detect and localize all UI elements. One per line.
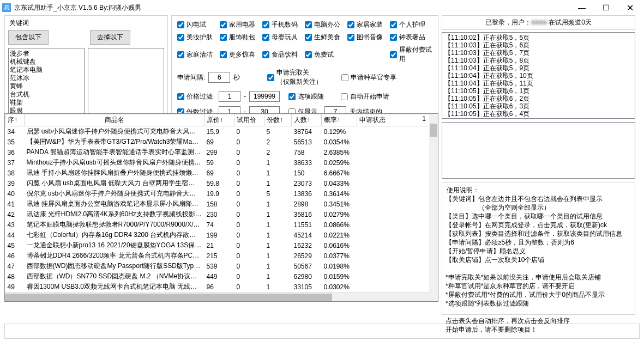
keyword-item[interactable]: 鞋架 xyxy=(10,99,83,107)
table-row[interactable]: 47西部数据(WD)固态移动硬盘My Passport随行版SSD版Type-…… xyxy=(5,261,438,271)
table-header[interactable]: 商品名 xyxy=(25,114,204,126)
maximize-button[interactable]: ☐ xyxy=(594,0,618,15)
vertical-scrollbar[interactable] xyxy=(429,114,438,293)
keyword-item[interactable]: 漫步者 xyxy=(10,50,83,58)
category-check[interactable]: 图书音像 xyxy=(347,33,390,42)
help-line: 【登录帐号】在网页完成登录，点击完成，获取(更新)ck xyxy=(446,221,631,229)
exclude-list[interactable] xyxy=(88,48,164,124)
category-check[interactable]: 屏蔽付费试用 xyxy=(390,45,432,64)
table-row[interactable]: 44七彩虹（Colorful）内存条16g DDR4 3200 台式机内存散…1… xyxy=(5,230,438,240)
table-row[interactable]: 49睿因1300M USB3.0双频无线网卡台式机笔记本电脑 无线信…96013… xyxy=(5,282,438,292)
keyword-item[interactable]: 台式机 xyxy=(10,90,83,99)
help-line: （全部为空则全部显示） xyxy=(446,203,631,212)
price-max-input[interactable] xyxy=(249,91,280,102)
table-row[interactable]: 48西部数据（WD）SN770 SSD固态硬盘 M.2 （NVMe协议）…449… xyxy=(5,271,438,282)
help-line: 【类目】选中哪一个类目，获取哪一个类目的试用信息 xyxy=(446,212,631,221)
help-line: *选项跟随*列表数据过滤跟随 xyxy=(446,299,631,308)
interval-label: 申请间隔: xyxy=(177,73,205,82)
status-bar xyxy=(4,324,640,339)
help-line: 【关键词】包含左边并且不包含右边就会在列表中显示 xyxy=(446,194,631,203)
product-table[interactable]: 序↑商品名原价↑试用价份数↑人数↑概率↑申请状态 34启瑟 usb小风扇迷你手持… xyxy=(4,113,438,302)
category-check[interactable]: 服饰鞋包 xyxy=(220,33,262,42)
table-row[interactable]: 39闪魔 小风扇 usb桌面电风扇 低噪大风力 台壁两用学生宿…59.80123… xyxy=(5,178,438,188)
category-check[interactable]: 母婴玩具 xyxy=(262,33,305,42)
apply-follow-label: 申请完取关（仅限新关注） xyxy=(276,68,322,87)
preview-box xyxy=(442,122,635,179)
table-row[interactable]: 36PANDA 熊猫超薄运动智能手表智能通话手表实时心率监测…299027582… xyxy=(5,147,438,157)
help-line: *屏蔽付费试用*付费的试用，试用价大于0的商品不显示 xyxy=(446,290,631,299)
help-line: 【开始/暂停申请】顾名思义 xyxy=(446,247,631,255)
apply-follow-check[interactable] xyxy=(267,74,274,81)
keyword-item[interactable]: 笔记本电脑 xyxy=(10,66,83,74)
help-line xyxy=(446,264,631,273)
category-check[interactable]: 钟表奢品 xyxy=(390,33,432,42)
keyword-item[interactable]: 机械键盘 xyxy=(10,58,83,66)
category-check[interactable]: 家居家装 xyxy=(347,20,390,29)
price-filter-check[interactable] xyxy=(177,93,184,100)
interval-input[interactable] xyxy=(208,72,230,83)
minimize-button[interactable]: — xyxy=(570,0,594,15)
price-min-input[interactable] xyxy=(219,91,240,102)
category-check[interactable]: 生鲜美食 xyxy=(305,33,347,42)
title-bar: 易 京东试用助手_小京京 V1.5.6 By:闷骚小贱男 — ☐ ✕ xyxy=(0,0,644,15)
table-row[interactable]: 38讯迪 手持小风扇迷你挂脖风扇折叠户外随身便携式挂颈懒…69011506.66… xyxy=(5,168,438,178)
login-info: 已登录，用户：■■■■ 在试用频道0天 xyxy=(442,15,635,30)
category-check[interactable]: 更多惊喜 xyxy=(220,45,262,64)
table-header[interactable]: 序↑ xyxy=(5,114,25,126)
category-check[interactable]: 闪电试 xyxy=(177,20,220,29)
horizontal-scrollbar[interactable] xyxy=(5,293,429,301)
category-check[interactable]: 食品饮料 xyxy=(262,45,305,64)
log-line: 【11:10:04】正在获取5，9页 xyxy=(444,64,633,72)
log-line: 【11:10:05】正在获取6，4页 xyxy=(444,110,633,118)
category-check[interactable]: 个人护理 xyxy=(390,20,432,29)
keyword-item[interactable]: 黄蜂 xyxy=(10,82,83,90)
log-line: 【11:10:02】正在获取5，5页 xyxy=(444,34,633,41)
help-line: *种草官试用*是京东种草官的店，请不要开启 xyxy=(446,282,631,290)
table-row[interactable]: 42讯达康 光纤HDMI2.0高清4K系列60Hz支持数字视频线投影…23001… xyxy=(5,209,438,220)
table-row[interactable]: 46博蒂蚓龙DDR4 2666/3200频率 龙元普条台式机内存条PC游…215… xyxy=(5,251,438,261)
auto-start-check[interactable] xyxy=(341,93,348,100)
log-line: 【11:10:03】正在获取5，6页 xyxy=(444,41,633,49)
table-header[interactable]: 人数↑ xyxy=(292,114,322,126)
include-button[interactable]: 包含以下 xyxy=(8,30,49,45)
seed-only-label: 申请种草官专享 xyxy=(351,73,396,82)
log-line: 【11:10:05】正在获取6，1页 xyxy=(444,87,633,95)
help-title: 使用说明： xyxy=(446,186,480,194)
category-check[interactable]: 电脑办公 xyxy=(305,20,347,29)
log-line: 【11:10:05】正在获取6，2页 xyxy=(444,95,633,102)
help-line: 【获取列表】按类目选择和过滤条件，获取该类目的试用信息 xyxy=(446,229,631,238)
category-check[interactable]: 美妆护肤 xyxy=(177,33,220,42)
table-header[interactable]: 原价↑ xyxy=(204,114,234,126)
category-check[interactable]: 手机数码 xyxy=(262,20,305,29)
category-check[interactable]: 家用电器 xyxy=(220,20,262,29)
seed-only-check[interactable] xyxy=(341,74,348,81)
table-row[interactable]: 41讯迪 挂屏风扇桌面办公室电脑游戏笔记本显示屏小风扇降…1580128980.… xyxy=(5,199,438,209)
page-indicator: 1 xyxy=(422,115,426,123)
table-row[interactable]: 43笔记本贴膜电脑拯救联想拯救者R7000/P/Y7000/R9000/X/K…… xyxy=(5,220,438,230)
help-line xyxy=(446,308,631,316)
help-panel: 使用说明： 【关键词】包含左边并且不包含右边就会在列表中显示 （全部为空则全部显… xyxy=(442,182,635,315)
category-check[interactable]: 家庭清洁 xyxy=(177,45,220,64)
table-header[interactable]: 概率↑ xyxy=(322,114,357,126)
include-list[interactable]: 漫步者机械键盘笔记本电脑范冰冰黄蜂台式机鞋架眼膜豆浆机空气炸锅风扇 xyxy=(8,48,85,124)
log-line: 【11:10:04】正在获取5，10页 xyxy=(444,72,633,80)
table-row[interactable]: 34启瑟 usb小风扇迷你手持户外随身便携式可充电静音大风…15.9053876… xyxy=(5,126,438,137)
log-line: 【11:10:06】正在获取6，5页 xyxy=(444,118,633,119)
exclude-button[interactable]: 去掉以下 xyxy=(90,30,130,45)
table-header[interactable]: 份数↑ xyxy=(264,114,292,126)
table-row[interactable]: 35【美国W&P】华为手表表带GT3/GT2/Pro/Watch3荣耀Magic… xyxy=(5,137,438,147)
option-follow-check[interactable] xyxy=(288,93,296,100)
table-header[interactable]: 试用价 xyxy=(234,114,264,126)
log-box[interactable]: 【11:10:02】正在获取5，5页【11:10:03】正在获取5，6页【11:… xyxy=(442,32,635,119)
category-check[interactable]: 免费试 xyxy=(305,45,347,64)
keyword-item[interactable]: 范冰冰 xyxy=(10,74,83,82)
help-line: *申请完取关*如果以前没关注，申请使用后会取关店铺 xyxy=(446,273,631,282)
interval-unit: 秒 xyxy=(233,73,240,82)
table-row[interactable]: 45一龙通金联想小新pro13 16 2021/20键盘膜垫YOGA 13S保…… xyxy=(5,240,438,251)
log-line: 【11:10:05】正在获取6，3页 xyxy=(444,102,633,110)
table-row[interactable]: 40倪尔克 usb小风扇迷你手持户外随身便携式可充电静音大…19.9051383… xyxy=(5,188,438,199)
log-line: 【11:10:03】正在获取5，8页 xyxy=(444,57,633,64)
log-line: 【11:10:04】正在获取5，11页 xyxy=(444,80,633,87)
table-row[interactable]: 37Minthouz手持小风扇usb可摇头迷你静音风扇户外随身便携…590138… xyxy=(5,157,438,168)
close-button[interactable]: ✕ xyxy=(618,0,642,15)
